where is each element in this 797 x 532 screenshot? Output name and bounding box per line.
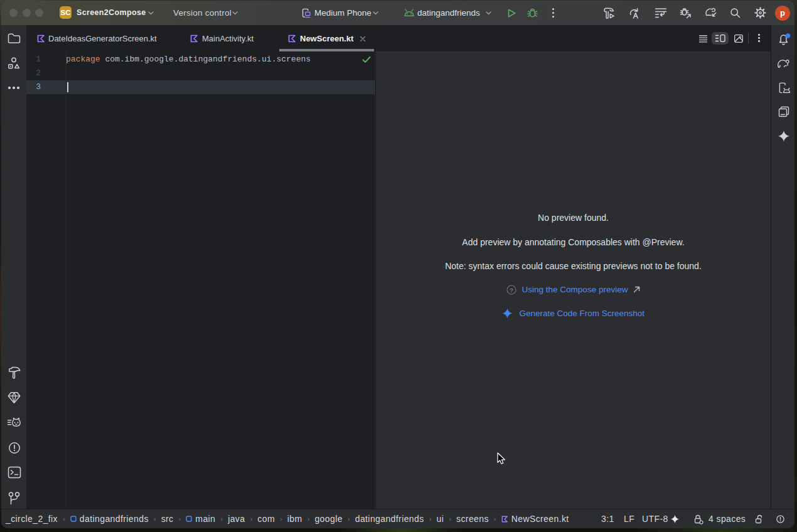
- svg-text:?: ?: [510, 286, 513, 293]
